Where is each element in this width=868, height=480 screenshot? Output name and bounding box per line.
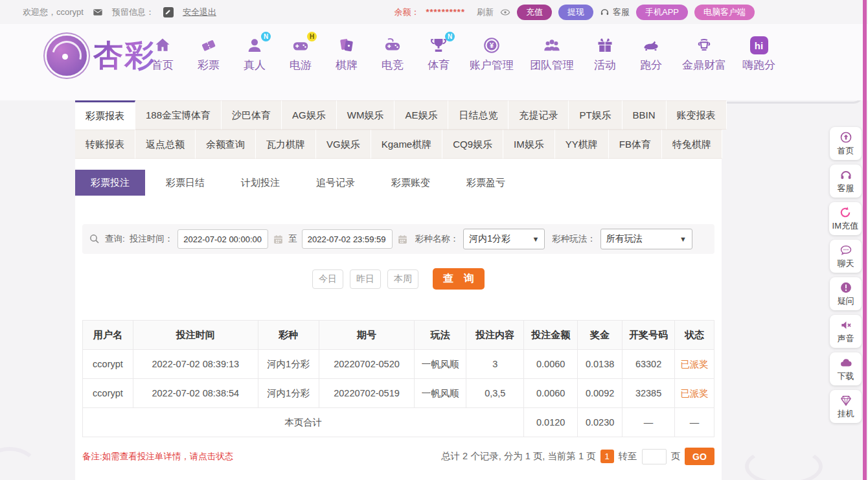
withdraw-button[interactable]: 提现	[558, 5, 593, 20]
tab-transfer-report[interactable]: 转账报表	[75, 130, 135, 159]
tab-kgame[interactable]: Kgame棋牌	[371, 130, 443, 159]
sidebar-item-home-top[interactable]: 首页	[830, 127, 862, 160]
summary-prize-total: 0.0230	[578, 408, 622, 437]
content-panel: 彩票投注 彩票日结 计划投注 追号记录 彩票账变 彩票盈亏 查询: 投注时间： …	[75, 159, 722, 480]
report-tabs-row2: 转账报表 返点总额 余额查询 瓦力棋牌 VG娱乐 Kgame棋牌 CQ9娱乐 I…	[75, 130, 722, 159]
envelope-icon[interactable]	[93, 7, 103, 17]
nav-item-promos[interactable]: 活动	[590, 36, 620, 73]
tab-lottery-report[interactable]: 彩票报表	[75, 100, 135, 130]
main-nav: 首页 彩票 N 真人 H 电游	[148, 36, 775, 73]
customer-service-link[interactable]: 客服	[600, 6, 630, 18]
go-button[interactable]: GO	[685, 448, 714, 465]
subtab-plan-bets[interactable]: 计划投注	[225, 170, 295, 196]
tab-im[interactable]: IM娱乐	[503, 130, 555, 159]
lottery-name-select[interactable]: 河内1分彩 ▼	[463, 229, 545, 249]
this-week-button[interactable]: 本周	[387, 269, 418, 289]
tab-188-sport[interactable]: 188金宝博体育	[135, 100, 222, 130]
table-header-row: 用户名 投注时间 彩种 期号 玩法 投注内容 投注金额 奖金 开奖号码 状态	[83, 321, 714, 350]
nav-item-live[interactable]: N 真人	[240, 36, 269, 73]
tab-account-change[interactable]: 账变报表	[667, 100, 727, 130]
nav-item-home[interactable]: 首页	[148, 36, 177, 73]
tab-daily-overview[interactable]: 日结总览	[448, 100, 508, 130]
current-page-badge[interactable]: 1	[600, 450, 614, 463]
tab-tetu[interactable]: 特兔棋牌	[662, 130, 722, 159]
eye-icon[interactable]	[500, 7, 510, 17]
nav-item-slots[interactable]: H 电游	[286, 36, 315, 73]
sidebar-item-download[interactable]: 下载	[830, 352, 862, 385]
tab-rebate-total[interactable]: 返点总额	[135, 130, 196, 159]
pagination-summary: 总计 2 个记录, 分为 1 页, 当前第 1 页	[441, 450, 595, 463]
calendar-icon[interactable]	[273, 234, 284, 245]
logout-link[interactable]: 安全退出	[183, 6, 216, 18]
mobile-app-button[interactable]: 手机APP	[636, 5, 688, 20]
cell-prize: 0.0138	[578, 350, 622, 379]
goto-label: 转至	[619, 450, 637, 463]
tab-cq9[interactable]: CQ9娱乐	[442, 130, 503, 159]
sidebar-item-sound[interactable]: 声音	[830, 315, 862, 348]
tab-pt[interactable]: PT娱乐	[569, 100, 622, 130]
page: 欢迎您，ccorypt 预留信息： 安全退出 余额： ********** 刷新…	[0, 0, 868, 480]
logo-emblem-icon	[47, 36, 87, 76]
to-label: 至	[288, 233, 297, 245]
play-type-select[interactable]: 所有玩法 ▼	[600, 229, 692, 249]
refresh-link[interactable]: 刷新	[477, 6, 494, 18]
sidebar-item-question[interactable]: 疑问	[830, 277, 862, 310]
tab-yy[interactable]: YY棋牌	[555, 130, 609, 159]
mute-speaker-icon	[839, 319, 852, 332]
time-to-input[interactable]	[302, 229, 393, 249]
subtab-lottery-account-change[interactable]: 彩票账变	[376, 170, 446, 196]
nav-item-account[interactable]: ¥ 账户管理	[470, 36, 514, 73]
edit-pencil-icon[interactable]	[163, 7, 174, 17]
nav-item-team[interactable]: 团队管理	[530, 36, 574, 73]
nav-item-lottery[interactable]: 彩票	[194, 36, 223, 73]
yesterday-button[interactable]: 昨日	[350, 269, 381, 289]
pagination: 总计 2 个记录, 分为 1 页, 当前第 1 页 1 转至 页 GO	[441, 448, 714, 465]
sidebar-item-service[interactable]: 客服	[830, 165, 862, 198]
pc-client-button[interactable]: 电脑客户端	[694, 5, 755, 20]
nav-item-paofen[interactable]: 跑分	[636, 36, 666, 73]
calendar-icon[interactable]	[397, 234, 408, 245]
treasure-vessel-icon	[694, 36, 714, 55]
subtab-chase-records[interactable]: 追号记录	[301, 170, 371, 196]
esports-gamepad-icon	[383, 36, 402, 55]
status-link[interactable]: 已派奖	[675, 350, 714, 379]
topbar: 欢迎您，ccorypt 预留信息： 安全退出 余额： ********** 刷新…	[0, 0, 868, 24]
status-link[interactable]: 已派奖	[675, 379, 714, 408]
subtab-lottery-daily[interactable]: 彩票日结	[150, 170, 220, 196]
lottery-name-label: 彩种名称：	[415, 233, 459, 245]
tab-ae[interactable]: AE娱乐	[394, 100, 448, 130]
site-logo[interactable]: 杏彩	[47, 36, 155, 76]
note-text: 备注:如需查看投注单详情，请点击状态	[82, 451, 233, 463]
tab-shaba-sport[interactable]: 沙巴体育	[222, 100, 282, 130]
sidebar-item-hangup[interactable]: 挂机	[830, 390, 862, 423]
tab-vg[interactable]: VG娱乐	[316, 130, 371, 159]
nav-item-sports[interactable]: N 体育	[424, 36, 453, 73]
column-header-issue: 期号	[319, 321, 415, 350]
tab-fb[interactable]: FB体育	[609, 130, 662, 159]
sidebar-item-im-recharge[interactable]: IM充值	[829, 202, 862, 235]
tab-ag[interactable]: AG娱乐	[282, 100, 337, 130]
sidebar-item-chat[interactable]: 聊天	[830, 240, 862, 273]
tab-wm[interactable]: WM娱乐	[337, 100, 395, 130]
nav-item-jinding[interactable]: 金鼎财富	[682, 36, 726, 73]
subtab-lottery-bets[interactable]: 彩票投注	[75, 170, 145, 196]
gem-icon	[839, 394, 852, 407]
team-icon	[542, 36, 562, 55]
page-unit-label: 页	[671, 450, 681, 463]
time-from-input[interactable]	[177, 229, 268, 249]
search-button[interactable]: 查 询	[433, 268, 485, 290]
goto-page-input[interactable]	[642, 449, 667, 464]
nav-item-hipaofen[interactable]: hi 嗨跑分	[742, 36, 775, 73]
query-label: 查询:	[105, 233, 125, 245]
tab-deposit-records[interactable]: 充提记录	[508, 100, 569, 130]
tab-wali[interactable]: 瓦力棋牌	[256, 130, 316, 159]
today-button[interactable]: 今日	[312, 269, 343, 289]
subtab-lottery-profit[interactable]: 彩票盈亏	[451, 170, 521, 196]
back-to-top-icon	[839, 131, 852, 144]
nav-item-boardgames[interactable]: 棋牌	[332, 36, 361, 73]
deposit-button[interactable]: 充值	[517, 5, 552, 20]
nav-item-esports[interactable]: 电竞	[378, 36, 407, 73]
tab-bbin[interactable]: BBIN	[622, 100, 667, 130]
tab-balance-query[interactable]: 余额查询	[196, 130, 256, 159]
quick-buttons: 今日 昨日 本周 查 询	[75, 268, 722, 290]
